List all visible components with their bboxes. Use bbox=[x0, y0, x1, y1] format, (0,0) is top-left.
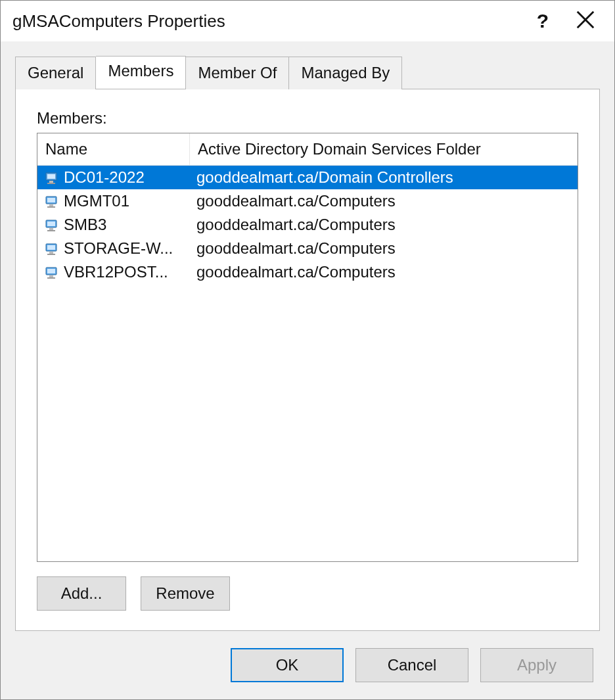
member-folder: gooddealmart.ca/Computers bbox=[190, 189, 578, 213]
computer-icon bbox=[44, 195, 60, 208]
svg-rect-12 bbox=[49, 228, 53, 230]
member-name: VBR12POST... bbox=[64, 263, 168, 281]
member-name: DC01-2022 bbox=[64, 168, 145, 187]
computer-icon bbox=[44, 242, 60, 255]
member-folder: gooddealmart.ca/Computers bbox=[190, 237, 578, 260]
svg-rect-16 bbox=[49, 252, 53, 254]
computer-icon bbox=[44, 218, 60, 231]
member-buttons: Add... Remove bbox=[37, 576, 578, 611]
tab-general[interactable]: General bbox=[15, 57, 96, 89]
tab-panel-members: Members: Name Active Directory Domain Se… bbox=[15, 89, 600, 631]
table-row[interactable]: SMB3 gooddealmart.ca/Computers bbox=[37, 213, 578, 237]
tab-member-of[interactable]: Member Of bbox=[186, 57, 289, 89]
cancel-button[interactable]: Cancel bbox=[355, 648, 468, 682]
svg-rect-5 bbox=[47, 183, 55, 184]
member-folder: gooddealmart.ca/Domain Controllers bbox=[190, 166, 578, 189]
svg-rect-11 bbox=[47, 222, 55, 226]
member-folder: gooddealmart.ca/Computers bbox=[190, 260, 578, 284]
computer-icon bbox=[44, 266, 60, 279]
svg-rect-15 bbox=[47, 245, 55, 250]
svg-rect-3 bbox=[47, 174, 55, 179]
tab-members[interactable]: Members bbox=[96, 56, 186, 89]
titlebar: gMSAComputers Properties ? bbox=[1, 1, 614, 41]
svg-rect-9 bbox=[47, 206, 55, 208]
tabstrip: General Members Member Of Managed By bbox=[1, 41, 614, 89]
member-name: MGMT01 bbox=[64, 192, 129, 210]
svg-rect-4 bbox=[49, 181, 53, 183]
column-header-folder[interactable]: Active Directory Domain Services Folder bbox=[190, 133, 578, 166]
table-row[interactable]: VBR12POST... gooddealmart.ca/Computers bbox=[37, 260, 578, 284]
member-name: SMB3 bbox=[64, 216, 106, 234]
svg-rect-20 bbox=[49, 275, 53, 277]
properties-dialog: gMSAComputers Properties ? General Membe… bbox=[0, 0, 615, 700]
tab-managed-by[interactable]: Managed By bbox=[289, 57, 402, 89]
dialog-footer: OK Cancel Apply bbox=[1, 631, 614, 699]
ok-button[interactable]: OK bbox=[231, 648, 344, 682]
close-icon[interactable] bbox=[576, 11, 595, 32]
svg-rect-8 bbox=[49, 204, 53, 206]
help-icon[interactable]: ? bbox=[537, 10, 549, 32]
listview-body: DC01-2022 gooddealmart.ca/Domain Control… bbox=[37, 166, 578, 561]
svg-rect-17 bbox=[47, 254, 55, 255]
svg-rect-13 bbox=[47, 230, 55, 231]
window-controls: ? bbox=[537, 10, 595, 32]
table-row[interactable]: STORAGE-W... gooddealmart.ca/Computers bbox=[37, 237, 578, 260]
listview-header: Name Active Directory Domain Services Fo… bbox=[37, 133, 578, 166]
remove-button[interactable]: Remove bbox=[141, 576, 230, 611]
svg-rect-7 bbox=[47, 198, 55, 202]
svg-rect-21 bbox=[47, 277, 55, 279]
members-label: Members: bbox=[37, 109, 578, 128]
members-listview[interactable]: Name Active Directory Domain Services Fo… bbox=[37, 133, 578, 562]
member-folder: gooddealmart.ca/Computers bbox=[190, 213, 578, 237]
svg-rect-19 bbox=[47, 269, 55, 273]
table-row[interactable]: MGMT01 gooddealmart.ca/Computers bbox=[37, 189, 578, 213]
add-button[interactable]: Add... bbox=[37, 576, 126, 611]
member-name: STORAGE-W... bbox=[64, 239, 173, 258]
table-row[interactable]: DC01-2022 gooddealmart.ca/Domain Control… bbox=[37, 166, 578, 189]
computer-icon bbox=[44, 171, 60, 184]
column-header-name[interactable]: Name bbox=[37, 133, 190, 166]
apply-button[interactable]: Apply bbox=[480, 648, 593, 682]
window-title: gMSAComputers Properties bbox=[12, 11, 225, 32]
